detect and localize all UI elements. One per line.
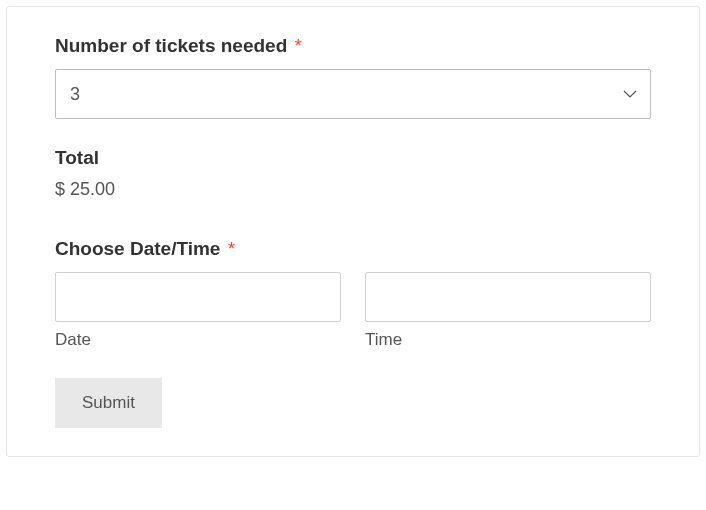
datetime-label: Choose Date/Time * <box>55 238 651 260</box>
submit-button[interactable]: Submit <box>55 378 162 428</box>
tickets-label: Number of tickets needed * <box>55 35 651 57</box>
form-container: Number of tickets needed * 3 Total $ 25.… <box>6 6 700 457</box>
time-sublabel: Time <box>365 330 651 350</box>
tickets-select-wrapper: 3 <box>55 69 651 119</box>
total-label: Total <box>55 147 651 169</box>
total-value: $ 25.00 <box>55 179 651 200</box>
tickets-label-text: Number of tickets needed <box>55 35 287 56</box>
tickets-select[interactable]: 3 <box>55 69 651 119</box>
required-asterisk: * <box>295 35 302 56</box>
required-asterisk: * <box>228 238 235 259</box>
time-input[interactable] <box>365 272 651 322</box>
date-column: Date <box>55 272 341 350</box>
datetime-row: Date Time <box>55 272 651 350</box>
date-input[interactable] <box>55 272 341 322</box>
datetime-label-text: Choose Date/Time <box>55 238 220 259</box>
date-sublabel: Date <box>55 330 341 350</box>
time-column: Time <box>365 272 651 350</box>
